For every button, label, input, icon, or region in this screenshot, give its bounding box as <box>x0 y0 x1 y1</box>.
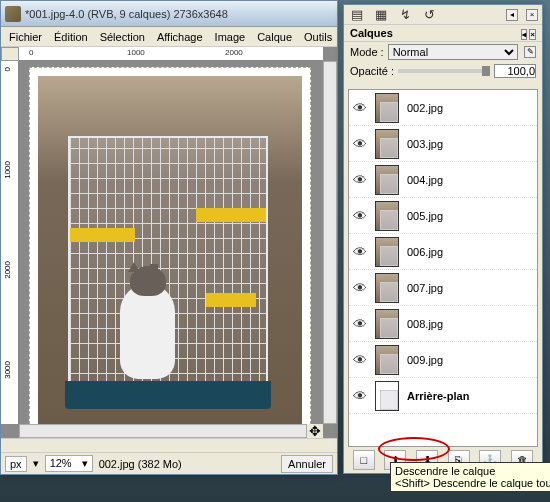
cancel-button[interactable]: Annuler <box>281 455 333 473</box>
ruler-mark: 1000 <box>3 161 12 179</box>
layer-name[interactable]: 004.jpg <box>407 174 533 186</box>
layer-list: 👁002.jpg 👁003.jpg 👁004.jpg 👁005.jpg 👁006… <box>348 89 538 447</box>
layer-item[interactable]: 👁009.jpg <box>349 342 537 378</box>
layer-thumbnail <box>375 381 399 411</box>
eye-icon[interactable]: 👁 <box>353 316 367 332</box>
lock-icon[interactable]: ✎ <box>524 46 536 58</box>
layer-name[interactable]: 003.jpg <box>407 138 533 150</box>
ruler-mark: 0 <box>3 67 12 71</box>
eye-icon[interactable]: 👁 <box>353 136 367 152</box>
undo-tab-icon[interactable]: ↺ <box>420 7 438 23</box>
window-title: *001.jpg-4.0 (RVB, 9 calques) 2736x3648 <box>25 8 333 20</box>
layer-name[interactable]: Arrière-plan <box>407 390 533 402</box>
layer-name[interactable]: 002.jpg <box>407 102 533 114</box>
layers-tab-icon[interactable]: ▤ <box>348 7 366 23</box>
layer-name[interactable]: 005.jpg <box>407 210 533 222</box>
menu-tools[interactable]: Outils <box>298 29 338 45</box>
mode-label: Mode : <box>350 46 384 58</box>
mode-row: Mode : Normal ✎ <box>344 42 542 62</box>
eye-icon[interactable]: 👁 <box>353 352 367 368</box>
canvas-area: 0 1000 2000 0 1000 2000 3000 ✥ <box>1 47 337 438</box>
layer-thumbnail <box>375 201 399 231</box>
layer-name[interactable]: 006.jpg <box>407 246 533 258</box>
opacity-input[interactable] <box>494 64 536 78</box>
mode-select[interactable]: Normal <box>388 44 518 60</box>
ruler-mark: 1000 <box>127 48 145 57</box>
layer-item[interactable]: 👁002.jpg <box>349 90 537 126</box>
panel-title-row: Calques ◂× <box>344 25 542 42</box>
layer-item[interactable]: 👁004.jpg <box>349 162 537 198</box>
vertical-scrollbar[interactable] <box>323 61 337 424</box>
eye-icon[interactable]: 👁 <box>353 280 367 296</box>
layer-thumbnail <box>375 129 399 159</box>
menu-layer[interactable]: Calque <box>251 29 298 45</box>
layer-thumbnail <box>375 273 399 303</box>
layer-name[interactable]: 007.jpg <box>407 282 533 294</box>
menu-bar: Fichier Édition Sélection Affichage Imag… <box>1 27 337 47</box>
app-icon <box>5 6 21 22</box>
paths-tab-icon[interactable]: ↯ <box>396 7 414 23</box>
ruler-mark: 3000 <box>3 361 12 379</box>
opacity-slider[interactable] <box>398 69 490 73</box>
close-icon[interactable]: × <box>526 9 538 21</box>
ruler-corner[interactable] <box>1 47 19 61</box>
chevron-down-icon[interactable]: ▾ <box>33 457 39 470</box>
menu-select[interactable]: Sélection <box>94 29 151 45</box>
tooltip-line: <Shift> Descendre le calque tout en bas <box>395 477 550 489</box>
new-layer-button[interactable]: □ <box>353 450 375 470</box>
tooltip-line: Descendre le calque <box>395 465 550 477</box>
eye-icon[interactable]: 👁 <box>353 388 367 404</box>
menu-image[interactable]: Image <box>209 29 252 45</box>
eye-icon[interactable]: 👁 <box>353 100 367 116</box>
menu-view[interactable]: Affichage <box>151 29 209 45</box>
chevron-down-icon: ▾ <box>82 457 88 470</box>
titlebar[interactable]: *001.jpg-4.0 (RVB, 9 calques) 2736x3648 <box>1 1 337 27</box>
ruler-mark: 2000 <box>3 261 12 279</box>
ruler-horizontal[interactable]: 0 1000 2000 <box>19 47 323 61</box>
image-content <box>38 76 302 430</box>
status-separator <box>1 438 337 452</box>
image-window: *001.jpg-4.0 (RVB, 9 calques) 2736x3648 … <box>0 0 338 475</box>
dialog-tabs: ▤ ▦ ↯ ↺ ◂ × <box>344 5 542 25</box>
layer-thumbnail <box>375 165 399 195</box>
layer-item[interactable]: 👁003.jpg <box>349 126 537 162</box>
horizontal-scrollbar[interactable] <box>19 424 307 438</box>
opacity-label: Opacité : <box>350 65 394 77</box>
ruler-mark: 2000 <box>225 48 243 57</box>
layer-item[interactable]: 👁005.jpg <box>349 198 537 234</box>
canvas[interactable] <box>29 67 311 438</box>
layer-name[interactable]: 009.jpg <box>407 354 533 366</box>
layer-thumbnail <box>375 309 399 339</box>
menu-icon[interactable]: ◂ <box>506 9 518 21</box>
navigate-icon[interactable]: ✥ <box>307 424 323 438</box>
cage-illustration <box>68 136 268 406</box>
layer-item[interactable]: 👁006.jpg <box>349 234 537 270</box>
unit-selector[interactable]: px <box>5 456 27 472</box>
layer-item[interactable]: 👁007.jpg <box>349 270 537 306</box>
eye-icon[interactable]: 👁 <box>353 208 367 224</box>
layer-thumbnail <box>375 345 399 375</box>
status-bar: px ▾ 12%▾ 002.jpg (382 Mo) Annuler <box>1 452 337 474</box>
panel-title: Calques <box>350 27 393 39</box>
layer-thumbnail <box>375 93 399 123</box>
layers-dialog: ▤ ▦ ↯ ↺ ◂ × Calques ◂× Mode : Normal ✎ O… <box>343 4 543 474</box>
channels-tab-icon[interactable]: ▦ <box>372 7 390 23</box>
layer-name[interactable]: 008.jpg <box>407 318 533 330</box>
layer-thumbnail <box>375 237 399 267</box>
eye-icon[interactable]: 👁 <box>353 244 367 260</box>
ruler-vertical[interactable]: 0 1000 2000 3000 <box>1 61 19 424</box>
eye-icon[interactable]: 👁 <box>353 172 367 188</box>
ruler-mark: 0 <box>29 48 33 57</box>
layer-item[interactable]: 👁008.jpg <box>349 306 537 342</box>
tooltip: Descendre le calque <Shift> Descendre le… <box>390 462 550 492</box>
zoom-field[interactable]: 12%▾ <box>45 455 93 472</box>
close-icon[interactable]: × <box>529 29 536 40</box>
menu-edit[interactable]: Édition <box>48 29 94 45</box>
menu-file[interactable]: Fichier <box>3 29 48 45</box>
layer-item-background[interactable]: 👁Arrière-plan <box>349 378 537 414</box>
menu-icon[interactable]: ◂ <box>521 29 527 40</box>
status-info: 002.jpg (382 Mo) <box>99 458 275 470</box>
opacity-row: Opacité : <box>344 62 542 80</box>
